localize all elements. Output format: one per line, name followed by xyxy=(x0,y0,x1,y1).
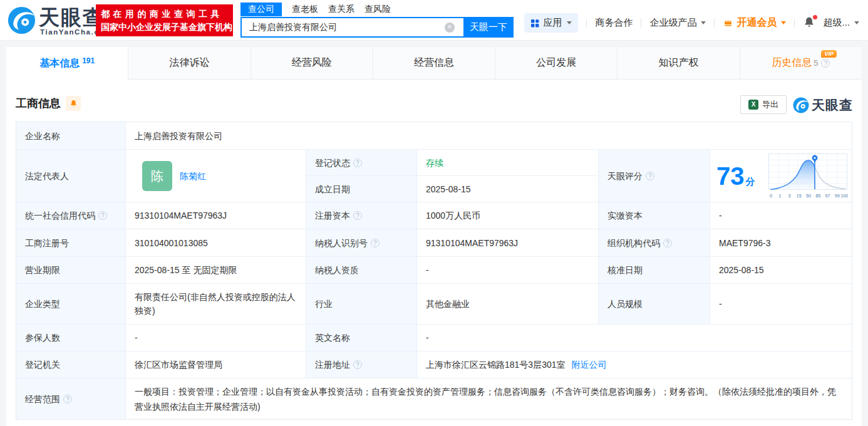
nav-cooperation[interactable]: 商务合作 xyxy=(595,17,633,29)
tianyancha-logo-icon xyxy=(793,97,809,113)
svg-text:3: 3 xyxy=(788,193,791,199)
nav-open-vip[interactable]: 开通会员 xyxy=(723,16,786,29)
search-tab-risk[interactable]: 查风险 xyxy=(364,3,391,16)
help-icon[interactable] xyxy=(371,239,380,247)
reg-capital-value: 1000万人民币 xyxy=(417,202,599,229)
tianyancha-logo-icon xyxy=(8,6,36,34)
english-name-value: - xyxy=(417,325,852,351)
reg-address-label: 注册地址 xyxy=(306,351,417,378)
taxpayer-id-value: 91310104MAET97963J xyxy=(417,229,599,257)
help-icon[interactable] xyxy=(663,239,672,247)
enterprise-label: 企业级产品 xyxy=(649,17,696,29)
score-cell: 73分 xyxy=(710,150,852,202)
vip-badge: VIP xyxy=(821,50,837,58)
watermark-text: 天眼查 xyxy=(812,96,853,114)
tab-label: 经营风险 xyxy=(292,56,332,70)
subscribe-bell-button[interactable] xyxy=(66,96,81,111)
reg-address-cell: 上海市徐汇区云锦路181号3层301室 附近公司 xyxy=(417,351,852,378)
insured-label: 参保人数 xyxy=(16,325,126,351)
score-label: 天眼评分 xyxy=(599,150,710,202)
tab-history-info[interactable]: VIP 历史信息 5 xyxy=(740,47,862,80)
apps-grid-icon xyxy=(530,19,539,28)
org-code-value: MAET9796-3 xyxy=(710,229,852,257)
svg-text:0: 0 xyxy=(770,193,772,199)
help-icon[interactable] xyxy=(353,360,362,369)
slogan-banner: 都在用的商业查询工具 国家中小企业发展子基金旗下机构 xyxy=(96,4,233,36)
nav-account[interactable]: 超级... xyxy=(823,17,859,29)
search-button[interactable]: 天眼一下 xyxy=(463,17,514,38)
business-term-value: 2025-08-15 至 无固定期限 xyxy=(126,257,306,284)
search-tab-relation[interactable]: 查关系 xyxy=(328,3,354,16)
tab-label: 法律诉讼 xyxy=(169,56,209,70)
help-icon[interactable] xyxy=(646,172,654,180)
tab-intellectual-property[interactable]: 知识产权 xyxy=(617,47,740,80)
tab-label: 经营信息 xyxy=(414,56,454,70)
top-nav: 应用 商务合作 企业级产品 开通会员 xyxy=(524,13,859,33)
company-type-value: 有限责任公司(非自然人投资或控股的法人独资) xyxy=(126,284,306,325)
export-button[interactable]: 导出 xyxy=(740,95,787,114)
taxpayer-quality-value: - xyxy=(417,257,599,284)
reg-address-value: 上海市徐汇区云锦路181号3层301室 xyxy=(426,358,566,371)
tab-count: 191 xyxy=(82,56,95,65)
english-name-label: 英文名称 xyxy=(306,325,417,351)
tab-business-risk[interactable]: 经营风险 xyxy=(251,47,373,80)
search-tab-boss[interactable]: 查老板 xyxy=(292,3,318,16)
score-axis-ticks: 0 1 3 15 50 85 97 99 100 xyxy=(770,193,848,199)
svg-text:85: 85 xyxy=(815,193,820,199)
excel-icon xyxy=(748,100,758,110)
avatar: 陈 xyxy=(142,161,172,191)
help-icon[interactable] xyxy=(353,158,362,167)
notification-dot xyxy=(813,15,817,19)
crown-icon xyxy=(723,18,733,28)
svg-text:15: 15 xyxy=(797,193,802,199)
main-content: 工商信息 导出 天眼查 企业名称 上海启善投资有限公司 法定代表人 陈 陈菊红 xyxy=(6,80,862,426)
apps-menu[interactable]: 应用 xyxy=(524,13,578,33)
chevron-down-icon xyxy=(781,21,786,24)
search-input[interactable] xyxy=(240,17,463,38)
svg-text:99: 99 xyxy=(835,193,840,199)
tab-label: 基本信息 xyxy=(39,57,80,70)
tab-legal-litigation[interactable]: 法律诉讼 xyxy=(128,47,251,80)
cooperation-label: 商务合作 xyxy=(595,17,633,29)
staff-size-label: 人员规模 xyxy=(599,284,710,325)
insured-value: - xyxy=(126,325,306,351)
help-icon[interactable] xyxy=(821,59,830,68)
business-term-label: 营业期限 xyxy=(16,257,126,284)
chevron-down-icon xyxy=(567,21,572,24)
taxpayer-id-label: 纳税人识别号 xyxy=(306,229,417,257)
bell-icon xyxy=(70,100,78,108)
business-scope-value: 一般项目：投资管理；企业管理；以自有资金从事投资活动；自有资金投资的资产管理服务… xyxy=(126,378,852,419)
tab-basic-info[interactable]: 基本信息 191 xyxy=(6,47,128,80)
top-header: 天眼查 TianYanCha.com 都在用的商业查询工具 国家中小企业发展子基… xyxy=(0,0,868,41)
industry-label: 行业 xyxy=(306,284,417,325)
tab-company-development[interactable]: 公司发展 xyxy=(495,47,617,80)
paid-capital-value: - xyxy=(710,202,852,229)
help-icon[interactable] xyxy=(98,211,107,220)
nearby-companies-link[interactable]: 附近公司 xyxy=(572,358,607,371)
help-icon[interactable] xyxy=(353,211,362,220)
slogan-line2: 国家中小企业发展子基金旗下机构 xyxy=(101,21,228,34)
chevron-down-icon xyxy=(854,21,859,24)
divider xyxy=(586,19,587,28)
legal-rep-label: 法定代表人 xyxy=(16,150,126,202)
clear-search-icon[interactable] xyxy=(445,23,455,33)
credit-code-label: 统一社会信用代码 xyxy=(16,202,126,229)
tab-label: 公司发展 xyxy=(536,56,576,70)
search-tabs: 查公司 查老板 查关系 查风险 xyxy=(240,2,514,16)
divider xyxy=(714,19,715,28)
reg-number-value: 310104001013085 xyxy=(126,229,306,257)
nav-enterprise-products[interactable]: 企业级产品 xyxy=(649,17,706,29)
reg-status-label: 登记状态 xyxy=(306,150,417,176)
help-icon[interactable] xyxy=(63,395,72,403)
tab-count: 5 xyxy=(814,58,818,68)
reg-number-label: 工商注册号 xyxy=(16,229,126,257)
company-type-label: 企业类型 xyxy=(16,284,126,325)
search-tab-company[interactable]: 查公司 xyxy=(240,3,282,16)
vip-label: 开通会员 xyxy=(736,16,777,29)
notifications-bell[interactable] xyxy=(803,16,817,30)
est-date-label: 成立日期 xyxy=(306,176,417,202)
reg-capital-label: 注册资本 xyxy=(306,202,417,229)
score-value: 73分 xyxy=(716,164,755,189)
legal-rep-link[interactable]: 陈菊红 xyxy=(180,169,206,183)
tab-business-info[interactable]: 经营信息 xyxy=(373,47,495,80)
